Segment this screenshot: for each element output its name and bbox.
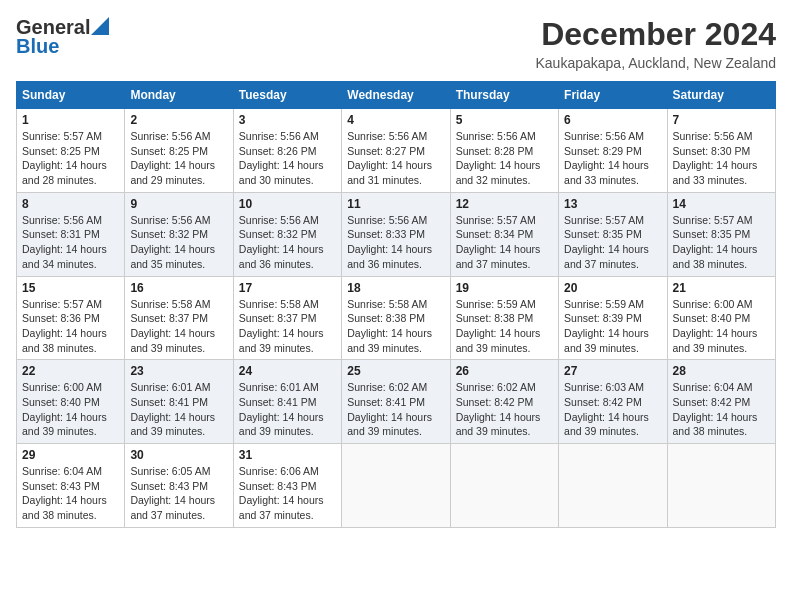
day-info: Sunrise: 5:59 AM Sunset: 8:39 PM Dayligh… — [564, 297, 661, 356]
day-info: Sunrise: 6:01 AM Sunset: 8:41 PM Dayligh… — [239, 380, 336, 439]
day-info: Sunrise: 5:57 AM Sunset: 8:34 PM Dayligh… — [456, 213, 553, 272]
logo-triangle-icon — [91, 17, 109, 35]
day-info: Sunrise: 5:57 AM Sunset: 8:35 PM Dayligh… — [673, 213, 770, 272]
day-info: Sunrise: 5:56 AM Sunset: 8:30 PM Dayligh… — [673, 129, 770, 188]
day-number: 4 — [347, 113, 444, 127]
table-row: 30 Sunrise: 6:05 AM Sunset: 8:43 PM Dayl… — [125, 444, 233, 528]
table-row: 25 Sunrise: 6:02 AM Sunset: 8:41 PM Dayl… — [342, 360, 450, 444]
day-number: 22 — [22, 364, 119, 378]
col-sunday: Sunday — [17, 82, 125, 109]
day-info: Sunrise: 5:57 AM Sunset: 8:35 PM Dayligh… — [564, 213, 661, 272]
table-row: 14 Sunrise: 5:57 AM Sunset: 8:35 PM Dayl… — [667, 192, 775, 276]
table-row — [450, 444, 558, 528]
table-row: 27 Sunrise: 6:03 AM Sunset: 8:42 PM Dayl… — [559, 360, 667, 444]
day-info: Sunrise: 6:04 AM Sunset: 8:42 PM Dayligh… — [673, 380, 770, 439]
month-title: December 2024 — [536, 16, 777, 53]
table-row: 6 Sunrise: 5:56 AM Sunset: 8:29 PM Dayli… — [559, 109, 667, 193]
location-title: Kaukapakapa, Auckland, New Zealand — [536, 55, 777, 71]
day-number: 17 — [239, 281, 336, 295]
day-number: 3 — [239, 113, 336, 127]
day-info: Sunrise: 5:56 AM Sunset: 8:26 PM Dayligh… — [239, 129, 336, 188]
day-info: Sunrise: 5:59 AM Sunset: 8:38 PM Dayligh… — [456, 297, 553, 356]
table-row: 28 Sunrise: 6:04 AM Sunset: 8:42 PM Dayl… — [667, 360, 775, 444]
day-number: 18 — [347, 281, 444, 295]
day-number: 25 — [347, 364, 444, 378]
table-row: 19 Sunrise: 5:59 AM Sunset: 8:38 PM Dayl… — [450, 276, 558, 360]
day-number: 27 — [564, 364, 661, 378]
day-info: Sunrise: 6:00 AM Sunset: 8:40 PM Dayligh… — [22, 380, 119, 439]
table-row: 21 Sunrise: 6:00 AM Sunset: 8:40 PM Dayl… — [667, 276, 775, 360]
table-row: 24 Sunrise: 6:01 AM Sunset: 8:41 PM Dayl… — [233, 360, 341, 444]
day-number: 16 — [130, 281, 227, 295]
day-info: Sunrise: 6:03 AM Sunset: 8:42 PM Dayligh… — [564, 380, 661, 439]
col-friday: Friday — [559, 82, 667, 109]
day-info: Sunrise: 6:06 AM Sunset: 8:43 PM Dayligh… — [239, 464, 336, 523]
day-info: Sunrise: 5:56 AM Sunset: 8:28 PM Dayligh… — [456, 129, 553, 188]
day-info: Sunrise: 5:56 AM Sunset: 8:31 PM Dayligh… — [22, 213, 119, 272]
day-number: 12 — [456, 197, 553, 211]
day-number: 2 — [130, 113, 227, 127]
day-number: 26 — [456, 364, 553, 378]
table-row: 10 Sunrise: 5:56 AM Sunset: 8:32 PM Dayl… — [233, 192, 341, 276]
day-info: Sunrise: 5:56 AM Sunset: 8:32 PM Dayligh… — [130, 213, 227, 272]
day-number: 23 — [130, 364, 227, 378]
day-number: 19 — [456, 281, 553, 295]
table-row — [559, 444, 667, 528]
table-row: 23 Sunrise: 6:01 AM Sunset: 8:41 PM Dayl… — [125, 360, 233, 444]
day-number: 6 — [564, 113, 661, 127]
col-saturday: Saturday — [667, 82, 775, 109]
table-row: 29 Sunrise: 6:04 AM Sunset: 8:43 PM Dayl… — [17, 444, 125, 528]
day-number: 29 — [22, 448, 119, 462]
day-number: 30 — [130, 448, 227, 462]
day-number: 1 — [22, 113, 119, 127]
table-row — [667, 444, 775, 528]
table-row: 16 Sunrise: 5:58 AM Sunset: 8:37 PM Dayl… — [125, 276, 233, 360]
day-info: Sunrise: 6:00 AM Sunset: 8:40 PM Dayligh… — [673, 297, 770, 356]
day-info: Sunrise: 6:04 AM Sunset: 8:43 PM Dayligh… — [22, 464, 119, 523]
table-row: 20 Sunrise: 5:59 AM Sunset: 8:39 PM Dayl… — [559, 276, 667, 360]
logo-blue-text: Blue — [16, 35, 59, 58]
table-row: 26 Sunrise: 6:02 AM Sunset: 8:42 PM Dayl… — [450, 360, 558, 444]
table-row — [342, 444, 450, 528]
day-info: Sunrise: 5:58 AM Sunset: 8:38 PM Dayligh… — [347, 297, 444, 356]
day-info: Sunrise: 6:02 AM Sunset: 8:42 PM Dayligh… — [456, 380, 553, 439]
table-row: 1 Sunrise: 5:57 AM Sunset: 8:25 PM Dayli… — [17, 109, 125, 193]
table-row: 13 Sunrise: 5:57 AM Sunset: 8:35 PM Dayl… — [559, 192, 667, 276]
day-info: Sunrise: 5:58 AM Sunset: 8:37 PM Dayligh… — [239, 297, 336, 356]
day-info: Sunrise: 5:56 AM Sunset: 8:27 PM Dayligh… — [347, 129, 444, 188]
page-header: General Blue December 2024 Kaukapakapa, … — [16, 16, 776, 71]
table-row: 4 Sunrise: 5:56 AM Sunset: 8:27 PM Dayli… — [342, 109, 450, 193]
table-row: 2 Sunrise: 5:56 AM Sunset: 8:25 PM Dayli… — [125, 109, 233, 193]
day-number: 10 — [239, 197, 336, 211]
day-number: 11 — [347, 197, 444, 211]
day-info: Sunrise: 5:57 AM Sunset: 8:36 PM Dayligh… — [22, 297, 119, 356]
day-info: Sunrise: 5:56 AM Sunset: 8:25 PM Dayligh… — [130, 129, 227, 188]
day-number: 15 — [22, 281, 119, 295]
day-info: Sunrise: 6:01 AM Sunset: 8:41 PM Dayligh… — [130, 380, 227, 439]
day-number: 9 — [130, 197, 227, 211]
calendar-header-row: Sunday Monday Tuesday Wednesday Thursday… — [17, 82, 776, 109]
col-thursday: Thursday — [450, 82, 558, 109]
day-number: 13 — [564, 197, 661, 211]
col-wednesday: Wednesday — [342, 82, 450, 109]
day-number: 8 — [22, 197, 119, 211]
table-row: 11 Sunrise: 5:56 AM Sunset: 8:33 PM Dayl… — [342, 192, 450, 276]
table-row: 9 Sunrise: 5:56 AM Sunset: 8:32 PM Dayli… — [125, 192, 233, 276]
day-number: 14 — [673, 197, 770, 211]
day-info: Sunrise: 6:05 AM Sunset: 8:43 PM Dayligh… — [130, 464, 227, 523]
day-number: 28 — [673, 364, 770, 378]
svg-marker-0 — [91, 17, 109, 35]
logo: General Blue — [16, 16, 109, 58]
day-number: 5 — [456, 113, 553, 127]
table-row: 17 Sunrise: 5:58 AM Sunset: 8:37 PM Dayl… — [233, 276, 341, 360]
table-row: 8 Sunrise: 5:56 AM Sunset: 8:31 PM Dayli… — [17, 192, 125, 276]
col-tuesday: Tuesday — [233, 82, 341, 109]
table-row: 18 Sunrise: 5:58 AM Sunset: 8:38 PM Dayl… — [342, 276, 450, 360]
col-monday: Monday — [125, 82, 233, 109]
table-row: 22 Sunrise: 6:00 AM Sunset: 8:40 PM Dayl… — [17, 360, 125, 444]
table-row: 7 Sunrise: 5:56 AM Sunset: 8:30 PM Dayli… — [667, 109, 775, 193]
day-info: Sunrise: 6:02 AM Sunset: 8:41 PM Dayligh… — [347, 380, 444, 439]
table-row: 3 Sunrise: 5:56 AM Sunset: 8:26 PM Dayli… — [233, 109, 341, 193]
day-number: 20 — [564, 281, 661, 295]
day-info: Sunrise: 5:57 AM Sunset: 8:25 PM Dayligh… — [22, 129, 119, 188]
